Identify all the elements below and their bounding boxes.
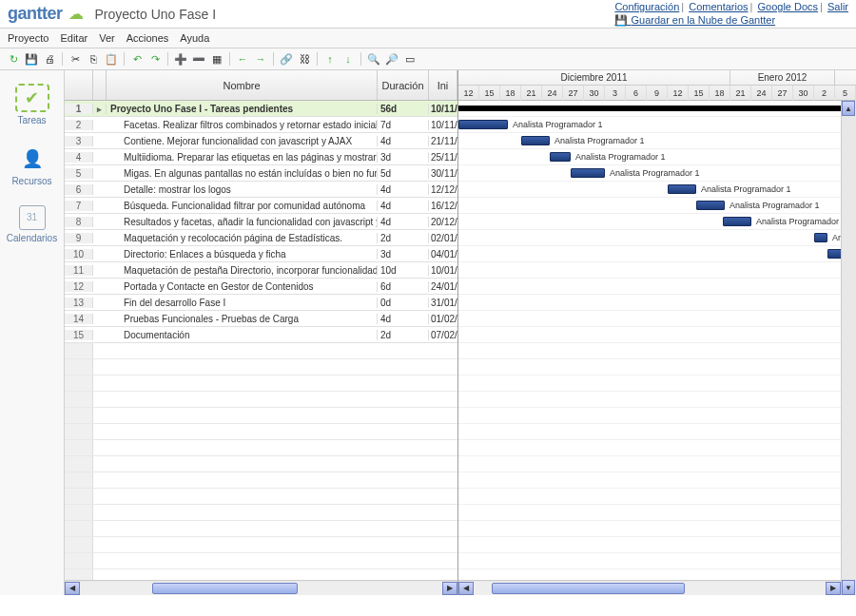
table-row[interactable]: 10Directorio: Enlaces a búsqueda y ficha…	[65, 246, 457, 262]
col-inicio[interactable]: Ini	[429, 70, 457, 100]
task-bar[interactable]: Analista Programador 1	[696, 201, 725, 210]
gantt-body[interactable]: Analista Programador 1Analista Programad…	[458, 101, 856, 595]
up-icon[interactable]: ↑	[322, 51, 338, 67]
col-duracion[interactable]: Duración	[378, 70, 429, 100]
summary-bar[interactable]	[458, 106, 848, 111]
gantt-row[interactable]: Analista Programador 1	[458, 198, 856, 214]
gantt-row[interactable]	[458, 327, 856, 343]
gantt-row[interactable]	[458, 279, 856, 295]
task-bar[interactable]: Analista Programador 1	[723, 217, 751, 226]
save-icon[interactable]: 💾	[24, 51, 39, 67]
print-icon[interactable]: 🖨	[42, 51, 57, 67]
table-row[interactable]: 9Maquetación y recolocación página de Es…	[65, 230, 457, 246]
menu-proyecto[interactable]: Proyecto	[8, 32, 49, 44]
refresh-icon[interactable]: ↻	[6, 51, 21, 67]
scroll-down-icon[interactable]: ▼	[842, 580, 855, 595]
menu-acciones[interactable]: Acciones	[126, 32, 169, 44]
task-bar[interactable]: Analista Programador 1	[458, 120, 508, 129]
scroll-left-icon[interactable]: ◀	[458, 582, 474, 595]
task-bar[interactable]: Ana	[814, 233, 827, 242]
link-gdocs[interactable]: Google Docs	[757, 1, 818, 12]
table-row[interactable]: 1▸Proyecto Uno Fase I - Tareas pendiente…	[65, 101, 457, 117]
sidebar-item-recursos[interactable]: 👤 Recursos	[6, 141, 59, 190]
gantt-row[interactable]	[458, 262, 856, 279]
task-bar[interactable]: Analista Programador 1	[668, 184, 696, 194]
col-info[interactable]	[93, 70, 107, 100]
table-row[interactable]: 8Resultados y facetas, añadir la funcion…	[65, 214, 457, 230]
header-right: Configuración| Comentarios| Google Docs|…	[614, 1, 848, 27]
gantt-row[interactable]	[458, 101, 856, 117]
gantt-row[interactable]	[458, 311, 856, 327]
table-row[interactable]: 6Detalle: mostrar los logos4d12/12/2	[65, 182, 457, 198]
logo-area: gantter ☁ Proyecto Uno Fase I	[8, 4, 216, 24]
gantt-hscroll[interactable]: ◀ ▶	[458, 580, 841, 595]
zoomout-icon[interactable]: 🔎	[384, 51, 399, 67]
down-icon[interactable]: ↓	[340, 51, 356, 67]
menubar: Proyecto Editar Ver Acciones Ayuda	[0, 29, 856, 48]
delete-icon[interactable]: ➖	[191, 51, 206, 67]
scroll-right-icon[interactable]: ▶	[442, 582, 457, 595]
scroll-thumb[interactable]	[152, 583, 297, 594]
user-icon: 👤	[15, 144, 49, 173]
paste-icon[interactable]: 📋	[104, 51, 119, 67]
link-icon[interactable]: 🔗	[279, 51, 294, 67]
sidebar-item-tareas[interactable]: ✔ Tareas	[6, 80, 59, 129]
gantt-row[interactable]: Analista Programador 1	[458, 133, 856, 149]
grid-pane: Nombre Duración Ini 1▸Proyecto Uno Fase …	[65, 70, 458, 595]
cut-icon[interactable]: ✂	[68, 51, 83, 67]
table-row[interactable]: 12Portada y Contacte en Gestor de Conten…	[65, 279, 457, 295]
indent-icon[interactable]: →	[253, 51, 268, 67]
table-row[interactable]: 5Migas. En algunas pantallas no están in…	[65, 165, 457, 182]
header: gantter ☁ Proyecto Uno Fase I Configurac…	[0, 0, 856, 29]
gantt-row[interactable]: Analista Programador 1	[458, 182, 856, 198]
task-bar[interactable]: Analista Programador 1	[571, 168, 605, 178]
copy-icon[interactable]: ⎘	[86, 51, 101, 67]
task-icon[interactable]: ▦	[209, 51, 224, 67]
gantt-row[interactable]: Ana	[458, 230, 856, 246]
link-config[interactable]: Configuración	[614, 1, 679, 12]
link-comments[interactable]: Comentarios	[689, 1, 748, 12]
task-bar[interactable]: Analista Programador 1	[521, 136, 550, 145]
table-row[interactable]: 13Fin del desarrollo Fase I0d31/01/2	[65, 295, 457, 311]
outdent-icon[interactable]: ←	[235, 51, 250, 67]
cloud-icon: ☁	[68, 5, 84, 23]
table-row[interactable]: 11Maquetación de pestaña Directorio, inc…	[65, 262, 457, 279]
gantt-vscroll[interactable]: ▲ ▼	[841, 101, 856, 595]
gantt-row[interactable]: Analista Programador 1	[458, 117, 856, 133]
gantt-row[interactable]	[458, 295, 856, 311]
grid-hscroll[interactable]: ◀ ▶	[65, 580, 457, 595]
link-exit[interactable]: Salir	[827, 1, 848, 12]
redo-icon[interactable]: ↷	[147, 51, 163, 67]
table-row[interactable]: 4Multiidioma. Preparar las etiquetas en …	[65, 149, 457, 165]
menu-ver[interactable]: Ver	[99, 32, 115, 44]
save-cloud-link[interactable]: 💾 Guardar en la Nube de Gantter	[614, 14, 848, 27]
menu-ayuda[interactable]: Ayuda	[180, 32, 209, 44]
scroll-left-icon[interactable]: ◀	[65, 582, 80, 595]
sidebar-item-calendarios[interactable]: 31 Calendarios	[6, 202, 59, 247]
scroll-thumb[interactable]	[492, 583, 686, 594]
zoomin-icon[interactable]: 🔍	[366, 51, 381, 67]
gantt-row[interactable]: Analista Programador 1	[458, 214, 856, 230]
col-number[interactable]	[65, 70, 93, 100]
grid-body[interactable]: 1▸Proyecto Uno Fase I - Tareas pendiente…	[65, 101, 457, 580]
content: Nombre Duración Ini 1▸Proyecto Uno Fase …	[65, 70, 856, 595]
table-row[interactable]: 2Facetas. Realizar filtros combinados y …	[65, 117, 457, 133]
fit-icon[interactable]: ▭	[402, 51, 418, 67]
scroll-up-icon[interactable]: ▲	[842, 101, 855, 116]
unlink-icon[interactable]: ⛓	[297, 51, 312, 67]
table-row[interactable]: 14Pruebas Funcionales - Pruebas de Carga…	[65, 311, 457, 327]
gantt-row[interactable]: Analista Programador 1	[458, 149, 856, 165]
table-row[interactable]: 7Búsqueda. Funcionalidad filtrar por com…	[65, 198, 457, 214]
project-title: Proyecto Uno Fase I	[95, 7, 217, 22]
grid-header: Nombre Duración Ini	[65, 70, 457, 101]
col-nombre[interactable]: Nombre	[107, 70, 378, 100]
gantt-row[interactable]	[458, 246, 856, 262]
insert-icon[interactable]: ➕	[173, 51, 188, 67]
undo-icon[interactable]: ↶	[129, 51, 145, 67]
table-row[interactable]: 15Documentación2d07/02/2	[65, 327, 457, 343]
task-bar[interactable]: Analista Programador 1	[550, 152, 571, 162]
scroll-right-icon[interactable]: ▶	[826, 582, 841, 595]
table-row[interactable]: 3Contiene. Mejorar funcionalidad con jav…	[65, 133, 457, 149]
menu-editar[interactable]: Editar	[60, 32, 88, 44]
gantt-row[interactable]: Analista Programador 1	[458, 165, 856, 182]
